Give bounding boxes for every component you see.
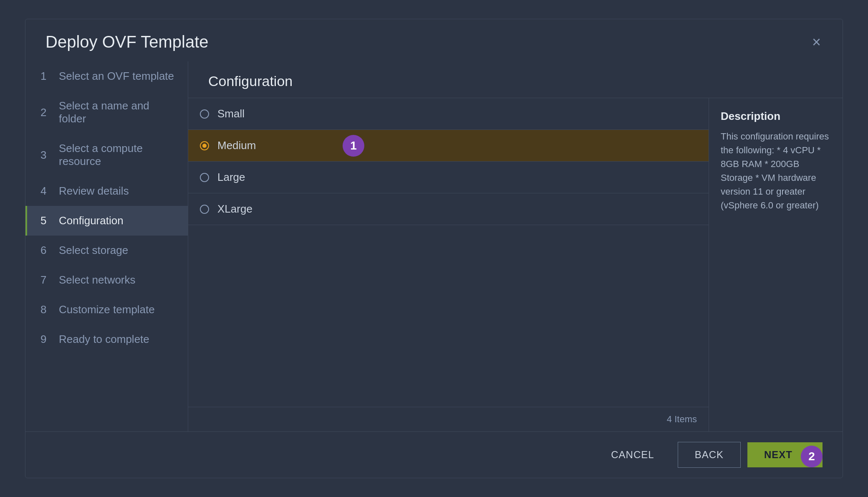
sidebar-item-label: Customize template: [59, 303, 155, 316]
sidebar-item-label: Select an OVF template: [59, 70, 174, 83]
description-panel: Description This configuration requires …: [709, 98, 843, 431]
content-body: SmallMedium1LargeXLarge 4 Items Descript…: [188, 98, 843, 431]
step-number: 5: [40, 214, 52, 227]
cancel-button[interactable]: CANCEL: [594, 442, 671, 467]
sidebar-item-8: 8 Customize template: [25, 295, 188, 325]
modal-header: Deploy OVF Template ×: [25, 19, 843, 61]
deploy-ovf-modal: Deploy OVF Template × 1 Select an OVF te…: [25, 19, 843, 478]
content-header: Configuration: [188, 61, 843, 98]
sidebar-item-label: Select storage: [59, 244, 128, 257]
next-badge: 2: [801, 446, 823, 467]
radio-button[interactable]: [200, 205, 209, 214]
config-option-large[interactable]: Large: [188, 162, 709, 193]
step-number: 6: [40, 244, 52, 257]
configuration-list: SmallMedium1LargeXLarge 4 Items: [188, 98, 709, 431]
config-spacer: [188, 225, 709, 407]
sidebar-item-label: Select a name and folder: [59, 99, 174, 125]
sidebar-item-label: Select networks: [59, 274, 136, 287]
config-item-wrapper-3: XLarge: [188, 193, 709, 225]
config-option-medium[interactable]: Medium: [188, 130, 709, 162]
radio-button[interactable]: [200, 173, 209, 182]
config-option-label: Small: [217, 107, 245, 120]
config-footer: 4 Items: [188, 407, 709, 431]
description-text: This configuration requires the followin…: [721, 129, 831, 212]
radio-button[interactable]: [200, 109, 209, 119]
config-item-wrapper-1: Medium1: [188, 130, 709, 162]
sidebar-item-1[interactable]: 1 Select an OVF template: [25, 61, 188, 91]
sidebar-item-9: 9 Ready to complete: [25, 325, 188, 354]
sidebar-item-6: 6 Select storage: [25, 236, 188, 265]
config-item-wrapper-2: Large: [188, 162, 709, 193]
description-title: Description: [721, 110, 831, 123]
radio-button[interactable]: [200, 141, 209, 150]
main-content: Configuration SmallMedium1LargeXLarge 4 …: [188, 61, 843, 431]
back-button[interactable]: BACK: [678, 442, 741, 468]
config-option-label: XLarge: [217, 203, 252, 216]
sidebar-item-label: Select a compute resource: [59, 142, 174, 168]
sidebar-item-2[interactable]: 2 Select a name and folder: [25, 91, 188, 134]
modal-body: 1 Select an OVF template 2 Select a name…: [25, 61, 843, 431]
modal-footer: CANCEL BACK NEXT 2: [25, 431, 843, 478]
sidebar-item-label: Review details: [59, 185, 129, 198]
config-option-xlarge[interactable]: XLarge: [188, 193, 709, 225]
step-number: 2: [40, 106, 52, 119]
config-option-label: Medium: [217, 139, 256, 152]
sidebar-item-label: Configuration: [59, 214, 124, 227]
sidebar: 1 Select an OVF template 2 Select a name…: [25, 61, 188, 431]
medium-badge: 1: [343, 135, 364, 157]
sidebar-item-5[interactable]: 5 Configuration: [25, 206, 188, 236]
close-button[interactable]: ×: [810, 33, 823, 51]
step-number: 8: [40, 303, 52, 316]
config-item-wrapper-0: Small: [188, 98, 709, 130]
step-number: 1: [40, 70, 52, 83]
config-option-small[interactable]: Small: [188, 98, 709, 130]
config-option-label: Large: [217, 171, 245, 184]
content-title: Configuration: [208, 73, 823, 89]
sidebar-item-7: 7 Select networks: [25, 265, 188, 295]
step-number: 3: [40, 149, 52, 162]
step-number: 9: [40, 333, 52, 346]
sidebar-item-label: Ready to complete: [59, 333, 149, 346]
sidebar-item-3[interactable]: 3 Select a compute resource: [25, 134, 188, 176]
sidebar-item-4[interactable]: 4 Review details: [25, 176, 188, 206]
step-number: 4: [40, 185, 52, 198]
modal-title: Deploy OVF Template: [45, 33, 209, 51]
step-number: 7: [40, 274, 52, 287]
